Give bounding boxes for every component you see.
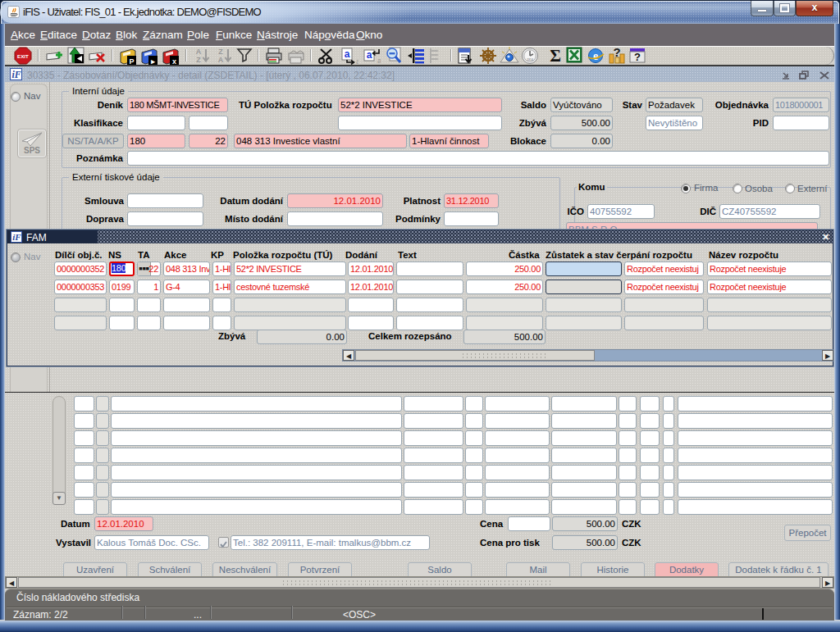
svg-text:iF: iF — [12, 232, 21, 242]
svg-text:Z: Z — [218, 48, 223, 56]
svg-text:x: x — [172, 57, 176, 66]
svg-text:Z: Z — [196, 56, 201, 64]
svg-text:a: a — [367, 49, 372, 61]
svg-text:A: A — [196, 48, 202, 56]
svg-text:?: ? — [613, 47, 620, 59]
svg-text:EXIT: EXIT — [17, 53, 29, 59]
svg-text:a: a — [345, 48, 350, 60]
svg-text:?: ? — [634, 51, 641, 63]
svg-text:P: P — [129, 57, 134, 66]
svg-text:a: a — [356, 57, 358, 65]
svg-text:▸: ▸ — [150, 57, 155, 66]
svg-text:A: A — [218, 56, 224, 64]
svg-text:1314: 1314 — [527, 58, 533, 61]
svg-text:e: e — [593, 50, 598, 62]
svg-text:a: a — [377, 57, 381, 65]
svg-text:iF: iF — [11, 70, 21, 80]
